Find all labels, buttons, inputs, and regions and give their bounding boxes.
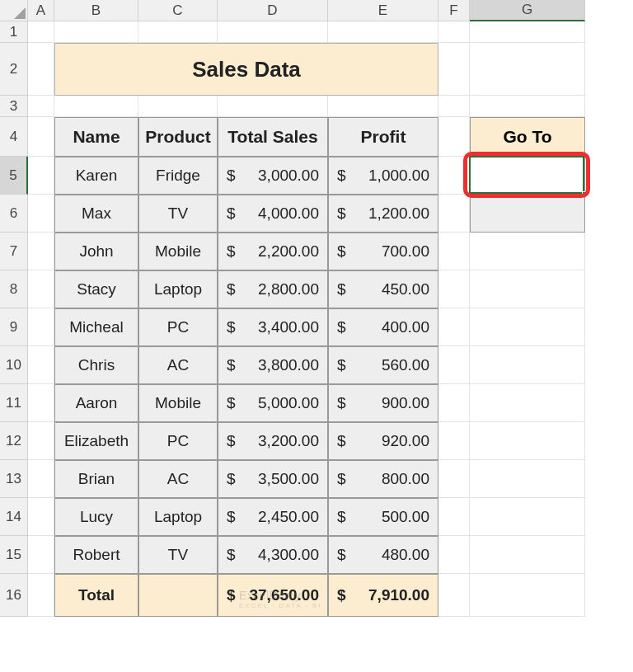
cell-F14[interactable] bbox=[438, 498, 470, 536]
cell-total-sales[interactable]: $3,200.00 bbox=[218, 422, 328, 460]
cell-B3[interactable] bbox=[54, 96, 138, 117]
row-header-4[interactable]: 4 bbox=[0, 117, 28, 157]
cell-G14[interactable] bbox=[470, 498, 585, 536]
cell-total-sales[interactable]: $5,000.00 bbox=[218, 384, 328, 422]
cell-profit[interactable]: $500.00 bbox=[328, 498, 438, 536]
cell-A15[interactable] bbox=[28, 536, 54, 574]
cell-F8[interactable] bbox=[438, 270, 470, 308]
cell-total-sales[interactable]: $37,650.00 bbox=[218, 574, 328, 617]
cell-G2[interactable] bbox=[470, 43, 585, 96]
cell-A16[interactable] bbox=[28, 574, 54, 617]
cell-F2[interactable] bbox=[438, 43, 470, 96]
cell-F1[interactable] bbox=[438, 21, 470, 43]
cell-profit[interactable]: $920.00 bbox=[328, 422, 438, 460]
cell-G7[interactable] bbox=[470, 233, 585, 270]
cell-profit[interactable]: $480.00 bbox=[328, 536, 438, 574]
row-header-5[interactable]: 5 bbox=[0, 157, 28, 195]
cell-total-sales[interactable]: $3,000.00 bbox=[218, 157, 328, 195]
cell-F15[interactable] bbox=[438, 536, 470, 574]
cell-total-sales[interactable]: $4,000.00 bbox=[218, 195, 328, 233]
row-header-8[interactable]: 8 bbox=[0, 270, 28, 308]
cell-E3[interactable] bbox=[328, 96, 438, 117]
row-header-15[interactable]: 15 bbox=[0, 536, 28, 574]
cell-F9[interactable] bbox=[438, 308, 470, 346]
cell-name[interactable]: Stacy bbox=[54, 270, 138, 308]
cell-G3[interactable] bbox=[470, 96, 585, 117]
cell-F10[interactable] bbox=[438, 346, 470, 384]
cell-profit[interactable]: $1,200.00 bbox=[328, 195, 438, 233]
cell-name[interactable]: Lucy bbox=[54, 498, 138, 536]
cell-F12[interactable] bbox=[438, 422, 470, 460]
cell-profit[interactable]: $700.00 bbox=[328, 233, 438, 270]
cell-D1[interactable] bbox=[218, 21, 328, 43]
cell-product[interactable]: PC bbox=[138, 308, 218, 346]
column-header-G[interactable]: G bbox=[470, 0, 585, 21]
cell-A4[interactable] bbox=[28, 117, 54, 157]
cell-A1[interactable] bbox=[28, 21, 54, 43]
select-all-corner[interactable] bbox=[0, 0, 28, 21]
row-header-13[interactable]: 13 bbox=[0, 460, 28, 498]
cell-F6[interactable] bbox=[438, 195, 470, 233]
row-header-16[interactable]: 16 bbox=[0, 574, 28, 617]
goto-cell-1[interactable] bbox=[470, 157, 585, 195]
cell-product[interactable]: TV bbox=[138, 536, 218, 574]
cell-total-sales[interactable]: $2,450.00 bbox=[218, 498, 328, 536]
cell-total-profit[interactable]: $7,910.00 bbox=[328, 574, 438, 617]
cell-product[interactable]: Laptop bbox=[138, 498, 218, 536]
cell-A13[interactable] bbox=[28, 460, 54, 498]
column-header-A[interactable]: A bbox=[28, 0, 54, 21]
cell-F5[interactable] bbox=[438, 157, 470, 195]
cell-total-label[interactable]: Total bbox=[54, 574, 138, 617]
row-header-1[interactable]: 1 bbox=[0, 21, 28, 43]
cell-name[interactable]: John bbox=[54, 233, 138, 270]
fill-handle[interactable] bbox=[582, 191, 588, 197]
cell-A7[interactable] bbox=[28, 233, 54, 270]
cell-G11[interactable] bbox=[470, 384, 585, 422]
cell-profit[interactable]: $400.00 bbox=[328, 308, 438, 346]
cell-name[interactable]: Aaron bbox=[54, 384, 138, 422]
row-header-12[interactable]: 12 bbox=[0, 422, 28, 460]
row-header-9[interactable]: 9 bbox=[0, 308, 28, 346]
cell-product[interactable]: AC bbox=[138, 346, 218, 384]
cell-G15[interactable] bbox=[470, 536, 585, 574]
cell-D3[interactable] bbox=[218, 96, 328, 117]
cell-name[interactable]: Robert bbox=[54, 536, 138, 574]
row-header-7[interactable]: 7 bbox=[0, 233, 28, 270]
row-header-2[interactable]: 2 bbox=[0, 43, 28, 96]
row-header-6[interactable]: 6 bbox=[0, 195, 28, 233]
column-header-D[interactable]: D bbox=[218, 0, 328, 21]
cell-total-sales[interactable]: $2,800.00 bbox=[218, 270, 328, 308]
cell-product[interactable]: Fridge bbox=[138, 157, 218, 195]
cell-A10[interactable] bbox=[28, 346, 54, 384]
cell-name[interactable]: Max bbox=[54, 195, 138, 233]
cell-F3[interactable] bbox=[438, 96, 470, 117]
cell-name[interactable]: Karen bbox=[54, 157, 138, 195]
column-header-C[interactable]: C bbox=[138, 0, 218, 21]
cell-A8[interactable] bbox=[28, 270, 54, 308]
cell-A5[interactable] bbox=[28, 157, 54, 195]
cell-product[interactable]: PC bbox=[138, 422, 218, 460]
cell-name[interactable]: Elizabeth bbox=[54, 422, 138, 460]
cell-C3[interactable] bbox=[138, 96, 218, 117]
cell-A3[interactable] bbox=[28, 96, 54, 117]
cell-F13[interactable] bbox=[438, 460, 470, 498]
cell-A11[interactable] bbox=[28, 384, 54, 422]
cell-profit[interactable]: $450.00 bbox=[328, 270, 438, 308]
cell-profit[interactable]: $560.00 bbox=[328, 346, 438, 384]
cell-F16[interactable] bbox=[438, 574, 470, 617]
cell-profit[interactable]: $1,000.00 bbox=[328, 157, 438, 195]
cell-name[interactable]: Chris bbox=[54, 346, 138, 384]
cell-F11[interactable] bbox=[438, 384, 470, 422]
cell-G10[interactable] bbox=[470, 346, 585, 384]
goto-cell-2[interactable] bbox=[470, 195, 585, 233]
cell-C1[interactable] bbox=[138, 21, 218, 43]
row-header-11[interactable]: 11 bbox=[0, 384, 28, 422]
cell-total-sales[interactable]: $3,400.00 bbox=[218, 308, 328, 346]
cell-product[interactable]: Mobile bbox=[138, 233, 218, 270]
cell-total-empty[interactable] bbox=[138, 574, 218, 617]
cell-product[interactable]: Laptop bbox=[138, 270, 218, 308]
cell-G16[interactable] bbox=[470, 574, 585, 617]
cell-A14[interactable] bbox=[28, 498, 54, 536]
cell-A9[interactable] bbox=[28, 308, 54, 346]
cell-product[interactable]: AC bbox=[138, 460, 218, 498]
